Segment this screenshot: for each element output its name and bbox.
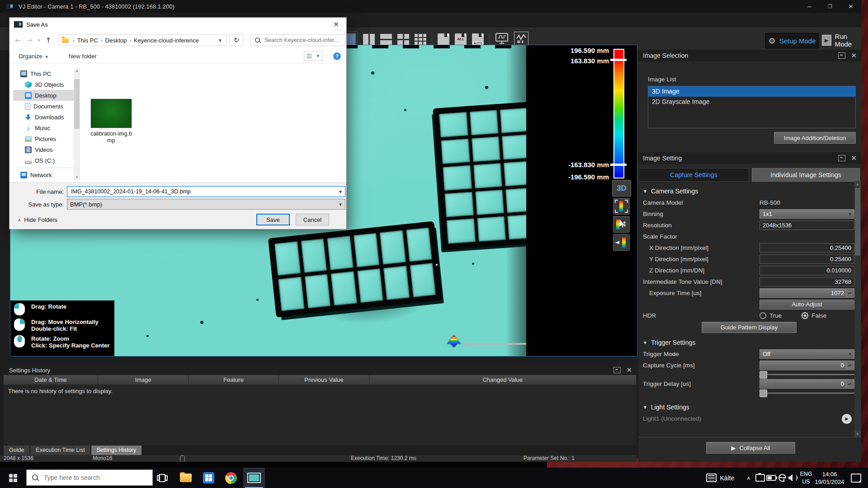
language-indicator[interactable]: ENG US bbox=[798, 468, 814, 488]
news-widget[interactable]: Kälte bbox=[700, 468, 741, 488]
run-mode-button[interactable]: ▶ Run Mode bbox=[822, 33, 861, 47]
search-input[interactable] bbox=[43, 474, 144, 482]
save-button[interactable]: Save bbox=[256, 214, 290, 225]
sidebar-item-os-c[interactable]: OS (C:) bbox=[13, 155, 77, 166]
trigger-delay-spinbox[interactable]: 0 bbox=[760, 379, 854, 389]
light-settings-section[interactable]: ▼ Light Settings bbox=[643, 401, 854, 413]
panel-close-icon[interactable]: ✕ bbox=[851, 154, 857, 162]
resolution-field[interactable]: 2048x1536 bbox=[760, 221, 854, 230]
tone-value-field[interactable]: 32768 bbox=[760, 277, 854, 286]
save-type-dropdown[interactable]: BMP(*.bmp) ▼ bbox=[67, 199, 345, 210]
scroll-thumb[interactable] bbox=[74, 79, 80, 129]
image-addition-deletion-button[interactable]: Image Addition/Deletion bbox=[774, 132, 856, 144]
colorbar-fit-button[interactable] bbox=[613, 198, 630, 215]
colorbar-reset-button[interactable]: ◄ bbox=[613, 234, 630, 251]
volume-icon[interactable] bbox=[787, 468, 799, 488]
scroll-down-icon[interactable]: ▼ bbox=[74, 175, 80, 180]
recent-locations-icon[interactable]: ▾ bbox=[38, 38, 40, 42]
tab-individual-image-settings[interactable]: Individual Image Settings bbox=[752, 168, 860, 182]
column-feature[interactable]: Feature bbox=[189, 375, 279, 385]
colorbar-lower-tick[interactable] bbox=[610, 164, 627, 166]
z-direction-field[interactable]: 0.010000 bbox=[760, 266, 854, 275]
hdr-false-radio[interactable] bbox=[802, 312, 808, 319]
column-date-time[interactable]: Date & Time bbox=[4, 375, 98, 385]
image-list-item-3d[interactable]: 3D Image bbox=[648, 86, 855, 97]
help-icon[interactable]: ? bbox=[333, 52, 341, 60]
trigger-mode-dropdown[interactable]: Off bbox=[760, 349, 854, 359]
y-direction-field[interactable]: 0.25400 bbox=[760, 254, 854, 264]
panel-minimize-icon[interactable] bbox=[838, 52, 845, 59]
chevron-down-icon[interactable]: ▼ bbox=[218, 38, 222, 43]
trigger-settings-section[interactable]: ▼ Trigger Settings bbox=[643, 337, 854, 348]
view-options-button[interactable]: ▼ bbox=[304, 51, 323, 61]
tab-execution-time-list[interactable]: Execution Time List bbox=[30, 446, 90, 455]
file-label[interactable]: calibration-img.bmp bbox=[90, 131, 132, 144]
tray-overflow-button[interactable]: ∧ bbox=[743, 468, 754, 488]
breadcrumb-desktop[interactable]: Desktop bbox=[105, 37, 127, 44]
hide-folders-button[interactable]: ∧ Hide Folders bbox=[18, 216, 57, 223]
layout-two-vertical-button[interactable] bbox=[363, 34, 375, 45]
clock[interactable]: 14:06 19/01/2024 bbox=[814, 468, 845, 488]
up-icon[interactable]: ↑ bbox=[45, 36, 51, 45]
image-list-item-2d[interactable]: 2D Grayscale Image bbox=[648, 97, 855, 107]
blue-grid-app-button[interactable] bbox=[198, 468, 219, 488]
tab-capture-settings[interactable]: Capture Settings bbox=[638, 168, 749, 182]
layout-grid-button[interactable] bbox=[415, 34, 426, 45]
panel-minimize-icon[interactable] bbox=[838, 155, 845, 161]
sidebar-item-3d-objects[interactable]: 3D Objects bbox=[13, 79, 77, 90]
panel-close-icon[interactable]: ✕ bbox=[626, 366, 632, 374]
maximize-button[interactable]: ❐ bbox=[820, 0, 840, 13]
panel-close-icon[interactable]: ✕ bbox=[851, 52, 857, 60]
action-center-button[interactable] bbox=[848, 468, 863, 488]
sidebar-item-music[interactable]: ♪ Music bbox=[13, 122, 77, 133]
chevron-down-icon[interactable]: ▼ bbox=[336, 202, 345, 207]
breadcrumb-folder[interactable]: Keyence-cloud-inference bbox=[134, 37, 199, 44]
color-display-icon[interactable] bbox=[447, 334, 461, 348]
vj-editor-taskbar-button[interactable] bbox=[243, 468, 265, 488]
cancel-button[interactable]: Cancel bbox=[296, 214, 329, 225]
trigger-delay-slider[interactable] bbox=[760, 393, 854, 394]
close-button[interactable]: ✕ bbox=[840, 0, 861, 13]
task-view-button[interactable] bbox=[152, 468, 173, 488]
sidebar-scrollbar[interactable]: ▲ ▼ bbox=[74, 68, 80, 180]
save-image-button[interactable] bbox=[438, 33, 449, 45]
slider-handle[interactable] bbox=[760, 389, 767, 397]
camera-settings-section[interactable]: ▼ Camera Settings bbox=[643, 185, 854, 197]
file-name-combo[interactable]: ▼ bbox=[67, 186, 345, 197]
scroll-up-icon[interactable]: ▲ bbox=[854, 181, 861, 187]
column-previous-value[interactable]: Previous Value bbox=[279, 375, 369, 385]
chrome-button[interactable] bbox=[221, 468, 241, 488]
sidebar-item-downloads[interactable]: Downloads bbox=[13, 112, 77, 122]
x-direction-field[interactable]: 0.25400 bbox=[760, 243, 854, 253]
dialog-search-input[interactable] bbox=[264, 37, 340, 44]
sidebar-item-pictures[interactable]: Pictures bbox=[13, 133, 77, 144]
tab-settings-history[interactable]: Settings History bbox=[91, 446, 142, 455]
binning-dropdown[interactable]: 1x1 bbox=[760, 209, 854, 219]
organize-button[interactable]: Organize▼ bbox=[19, 53, 49, 60]
sidebar-item-network[interactable]: Network bbox=[13, 169, 77, 180]
column-changed-value[interactable]: Changed Value bbox=[369, 375, 637, 385]
file-explorer-button[interactable] bbox=[175, 468, 196, 488]
back-icon[interactable]: ← bbox=[15, 36, 21, 45]
dialog-search-box[interactable] bbox=[250, 34, 345, 46]
capture-cycle-slider[interactable] bbox=[760, 374, 854, 375]
panel-scrollbar[interactable]: ▲ ▼ bbox=[854, 181, 861, 437]
refresh-button[interactable]: ↻ bbox=[229, 34, 244, 46]
start-button[interactable] bbox=[0, 468, 26, 488]
guide-pattern-display-button[interactable]: Guide Pattern Display bbox=[702, 322, 797, 333]
auto-adjust-button[interactable]: Auto-Adjust bbox=[760, 300, 854, 310]
sidebar-item-desktop[interactable]: Desktop bbox=[13, 90, 77, 101]
file-thumbnail[interactable] bbox=[91, 99, 132, 128]
scroll-down-icon[interactable]: ▼ bbox=[854, 431, 861, 437]
collapse-all-button[interactable]: ▶ Collapse All bbox=[706, 442, 795, 454]
forward-icon[interactable]: → bbox=[26, 36, 32, 45]
file-name-input[interactable] bbox=[70, 188, 336, 195]
sidebar-item-documents[interactable]: Documents bbox=[13, 101, 77, 112]
layout-quad-button[interactable] bbox=[397, 34, 409, 45]
sidebar-item-this-pc[interactable]: This PC bbox=[13, 68, 77, 79]
breadcrumb[interactable]: › This PC › Desktop › Keyence-cloud-infe… bbox=[58, 34, 226, 46]
setup-mode-button[interactable]: ⚙ Setup Mode bbox=[765, 33, 819, 48]
new-folder-button[interactable]: New folder bbox=[69, 53, 97, 60]
column-image[interactable]: Image bbox=[98, 375, 189, 385]
exposure-spinbox[interactable]: 1072 bbox=[760, 288, 854, 298]
